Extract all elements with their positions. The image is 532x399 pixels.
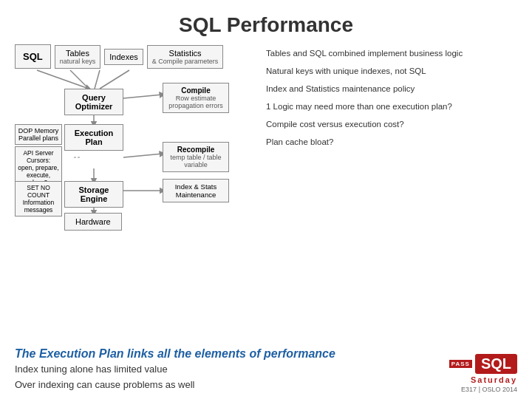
- footer-blue-text: The Execution Plan links all the element…: [15, 347, 517, 361]
- svg-line-3: [100, 70, 129, 89]
- dop-memory-box: DOP Memory Parallel plans: [15, 124, 62, 145]
- svg-line-5: [123, 95, 163, 98]
- note-5: Compile cost versus execution cost?: [266, 118, 517, 130]
- notes-panel: Tables and SQL combined implement busine…: [259, 44, 517, 222]
- pass-logo: PASS: [449, 360, 472, 368]
- note-6: Plan cache bloat?: [266, 136, 517, 148]
- svg-line-1: [70, 70, 89, 89]
- footer-line2: Over indexing can cause problems as well: [15, 378, 517, 393]
- recompile-box: Recompile temp table / table variable: [163, 142, 229, 172]
- svg-line-0: [37, 70, 89, 89]
- svg-line-6: [123, 154, 163, 157]
- footer-line1: Index tuning alone has limited value: [15, 362, 517, 378]
- page-title: SQL Performance: [0, 0, 532, 44]
- query-optimizer-box: Query Optimizer: [64, 89, 123, 115]
- statistics-box: Statistics & Compile parameters: [147, 45, 224, 69]
- note-1: Tables and SQL combined implement busine…: [266, 47, 517, 59]
- tables-box: Tables natural keys: [55, 45, 101, 69]
- indexes-box: Indexes: [104, 49, 143, 65]
- sql-logo: SQL: [475, 354, 517, 374]
- set-nocount-box: SET NO COUNT Information messages: [15, 181, 62, 216]
- diagram: SQL Tables natural keys Indexes Statisti…: [15, 44, 251, 222]
- storage-engine-box: Storage Engine: [64, 181, 123, 208]
- execution-plan-box: Execution Plan: [64, 124, 123, 151]
- compile-box: Compile Row estimate propagation errors: [163, 83, 229, 113]
- sql-box: SQL: [15, 44, 51, 69]
- saturday-logo: Saturday: [471, 375, 517, 384]
- hardware-box: Hardware: [64, 213, 122, 231]
- svg-line-2: [95, 70, 100, 89]
- note-4: 1 Logic may need more than one execution…: [266, 100, 517, 112]
- event-label: E317 | OSLO 2014: [461, 386, 517, 393]
- note-2: Natural keys with unique indexes, not SQ…: [266, 65, 517, 77]
- note-3: Index and Statistics maintenance policy: [266, 83, 517, 95]
- logo-area: PASS SQL Saturday E317 | OSLO 2014: [449, 354, 517, 393]
- index-stats-box: Index & Stats Maintenance: [163, 179, 229, 202]
